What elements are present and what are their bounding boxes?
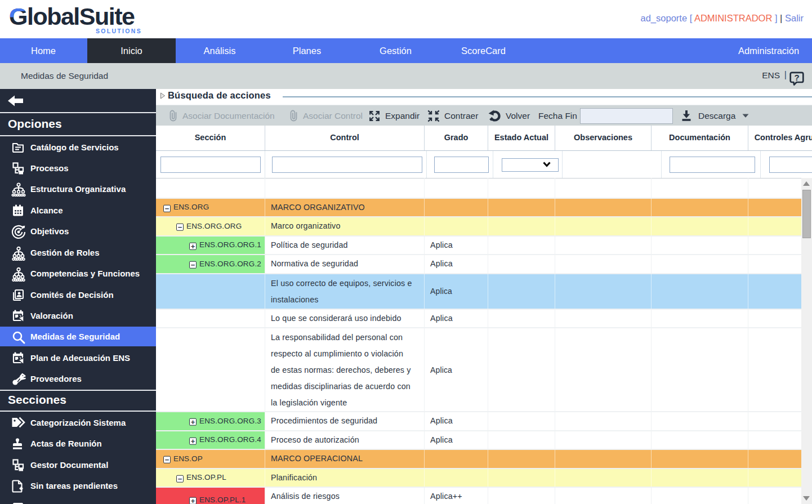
svg-text:?: ? <box>794 73 799 82</box>
